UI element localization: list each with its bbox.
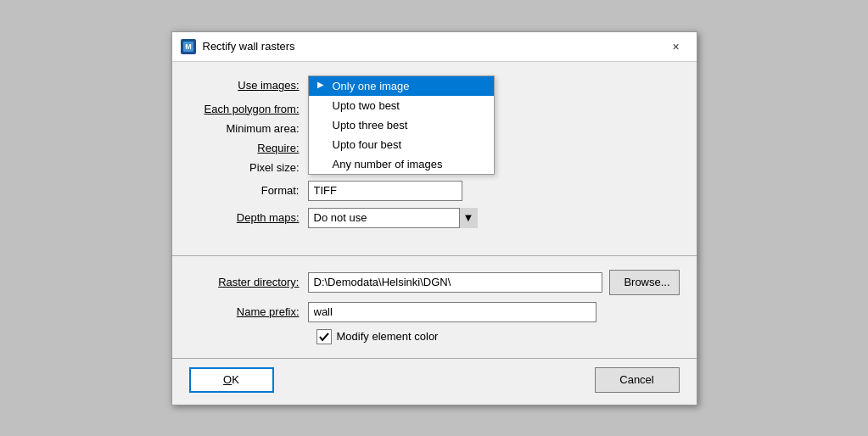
- name-prefix-row: Name prefix:: [189, 302, 680, 322]
- name-prefix-input[interactable]: [308, 302, 596, 322]
- browse-button[interactable]: Browse...: [609, 270, 679, 295]
- depth-maps-dropdown-wrapper: Do not use ▼: [308, 208, 478, 228]
- depth-maps-row: Depth maps: Do not use ▼: [189, 208, 680, 228]
- svg-text:M: M: [185, 42, 192, 51]
- pixel-size-label: Pixel size:: [189, 161, 308, 174]
- bottom-section: Raster directory: Browse... Name prefix:…: [172, 266, 697, 355]
- minimum-area-label: Minimum area:: [189, 122, 308, 135]
- raster-dir-input[interactable]: [308, 272, 603, 293]
- cancel-button[interactable]: Cancel: [595, 367, 680, 393]
- dialog-rectify-wall-rasters: M Rectify wall rasters × Use images: All…: [171, 31, 697, 405]
- title-bar-left: M Rectify wall rasters: [181, 39, 295, 54]
- button-row: OK Cancel: [172, 358, 697, 405]
- close-button[interactable]: ×: [664, 37, 688, 56]
- section-divider: [172, 255, 697, 256]
- ok-button[interactable]: OK: [189, 367, 274, 393]
- name-prefix-label: Name prefix:: [189, 305, 308, 318]
- modify-color-label: Modify element color: [337, 330, 439, 343]
- modify-color-row: Modify element color: [316, 329, 680, 344]
- dropdown-item-only-one[interactable]: Only one image: [309, 76, 494, 96]
- depth-maps-dropdown[interactable]: Do not use: [308, 208, 478, 228]
- use-images-dropdown-menu: Only one image Upto two best Upto three …: [308, 75, 495, 175]
- require-label: Require:: [189, 142, 308, 154]
- format-label: Format:: [189, 184, 308, 197]
- modify-color-checkbox[interactable]: [316, 329, 332, 344]
- dropdown-item-upto-four[interactable]: Upto four best: [309, 135, 494, 154]
- dropdown-item-upto-three[interactable]: Upto three best: [309, 115, 494, 135]
- use-images-row: Use images: All images ▼ Only one image …: [189, 75, 680, 96]
- dropdown-item-upto-two[interactable]: Upto two best: [309, 96, 494, 115]
- dropdown-item-any-number[interactable]: Any number of images: [309, 154, 494, 174]
- format-row: Format:: [189, 181, 680, 201]
- raster-dir-label: Raster directory:: [189, 276, 308, 288]
- raster-dir-row: Raster directory: Browse...: [189, 270, 680, 295]
- title-bar: M Rectify wall rasters ×: [172, 32, 697, 62]
- app-icon: M: [181, 39, 196, 54]
- format-input[interactable]: [308, 181, 462, 201]
- use-images-label: Use images:: [189, 79, 308, 92]
- depth-maps-label: Depth maps:: [189, 211, 308, 224]
- each-polygon-label: Each polygon from:: [189, 103, 308, 115]
- dialog-title: Rectify wall rasters: [203, 40, 295, 53]
- use-images-dropdown-wrapper: All images ▼ Only one image Upto two bes…: [308, 75, 444, 96]
- form-body: Use images: All images ▼ Only one image …: [172, 62, 697, 245]
